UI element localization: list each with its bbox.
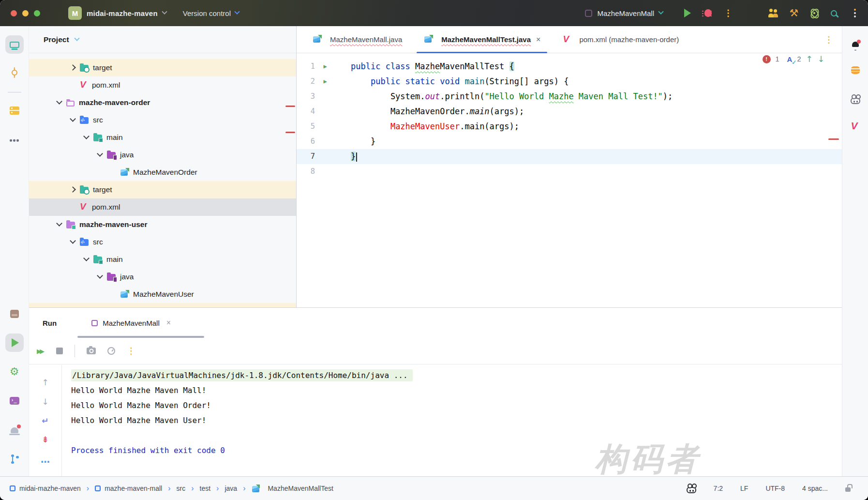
profile-button[interactable] bbox=[107, 347, 115, 355]
code-line[interactable]: 3 System.out.println("Hello World Mazhe … bbox=[297, 89, 842, 104]
project-panel-header[interactable]: Project bbox=[29, 26, 296, 53]
close-icon[interactable]: × bbox=[536, 35, 540, 44]
problems-button[interactable] bbox=[5, 421, 24, 439]
tree-chevron-icon[interactable] bbox=[95, 152, 106, 158]
project-view-button[interactable] bbox=[5, 35, 24, 54]
maven-button[interactable] bbox=[846, 116, 865, 135]
rerun-button[interactable]: ▶▶ bbox=[37, 348, 45, 355]
file-encoding[interactable]: UTF-8 bbox=[765, 485, 785, 492]
tree-row[interactable]: src bbox=[29, 233, 296, 251]
up-icon[interactable]: ↑ bbox=[42, 379, 48, 387]
run-button[interactable] bbox=[5, 333, 24, 352]
tree-row[interactable]: main bbox=[29, 251, 296, 268]
tree-row[interactable]: MazheMavenUser bbox=[29, 286, 296, 303]
tree-chevron-icon[interactable] bbox=[82, 134, 92, 141]
tree-chevron-icon[interactable] bbox=[68, 117, 79, 123]
down-icon[interactable]: ↓ bbox=[42, 398, 48, 406]
code-line[interactable]: 7} bbox=[297, 149, 842, 164]
tree-row[interactable]: mazhe-maven-user bbox=[29, 216, 296, 233]
code-line[interactable]: 5 MazheMavenUser.main(args); bbox=[297, 119, 842, 134]
breadcrumb-item[interactable]: src bbox=[177, 485, 186, 492]
tree-row[interactable]: MazheMavenOrder bbox=[29, 164, 296, 181]
breadcrumb-item[interactable]: test bbox=[200, 485, 211, 492]
profiler-button[interactable] bbox=[807, 6, 822, 20]
commit-button[interactable] bbox=[5, 63, 24, 82]
error-stripe-mark[interactable] bbox=[828, 138, 839, 140]
next-problem-arrow-icon[interactable]: ↓ bbox=[818, 54, 824, 64]
editor-tab[interactable]: MazheMavenMallTest.java× bbox=[413, 26, 551, 53]
terminal-button[interactable] bbox=[5, 392, 24, 410]
unlock-icon[interactable] bbox=[845, 487, 851, 492]
version-control-icon bbox=[10, 455, 19, 464]
more-tool-windows-button[interactable] bbox=[5, 131, 24, 150]
build-tools-button[interactable]: ⚒ bbox=[787, 6, 801, 20]
debug-button[interactable] bbox=[701, 6, 715, 20]
tree-row[interactable]: java bbox=[29, 268, 296, 286]
main-menu-button[interactable] bbox=[848, 6, 862, 20]
notifications-button[interactable] bbox=[846, 35, 865, 54]
editor-tab[interactable]: pom.xml (mazhe-maven-order) bbox=[551, 26, 689, 53]
run-gutter-icon[interactable]: ▶ bbox=[315, 59, 335, 74]
code-area[interactable]: 1▶public class MazheMavenMallTest {2▶ pu… bbox=[297, 59, 842, 307]
run-tab[interactable]: MazheMavenMall × bbox=[91, 318, 171, 327]
tree-chevron-icon[interactable] bbox=[55, 99, 65, 106]
structure-button[interactable] bbox=[5, 101, 24, 120]
tree-row[interactable]: target bbox=[29, 181, 296, 198]
tree-chevron-icon[interactable] bbox=[55, 221, 65, 228]
inspections-widget[interactable]: ! 1 A✓ 2 ↑ ↓ bbox=[763, 54, 825, 64]
tree-row[interactable]: main bbox=[29, 129, 296, 146]
search-everywhere-button[interactable] bbox=[827, 6, 842, 20]
zoom-window-button[interactable] bbox=[34, 10, 40, 16]
line-separator[interactable]: LF bbox=[740, 485, 748, 492]
code-line[interactable]: 8 bbox=[297, 164, 842, 179]
database-button[interactable] bbox=[846, 61, 865, 79]
tree-chevron-icon[interactable] bbox=[82, 256, 92, 263]
services-button[interactable]: ⚙ bbox=[5, 363, 24, 381]
tree-row[interactable]: mazhe-maven-order bbox=[29, 94, 296, 111]
screenshot-button[interactable] bbox=[87, 348, 96, 354]
tree-chevron-icon[interactable] bbox=[68, 186, 79, 193]
tree-row[interactable]: target bbox=[29, 59, 296, 76]
ai-assistant-button[interactable] bbox=[846, 90, 865, 108]
robot-icon[interactable] bbox=[687, 487, 696, 493]
breadcrumb-item[interactable]: java bbox=[224, 485, 237, 492]
code-line[interactable]: 6 } bbox=[297, 134, 842, 149]
more-run-options-button[interactable]: ⋮ bbox=[721, 6, 735, 20]
minimize-window-button[interactable] bbox=[22, 10, 29, 16]
breadcrumb-item[interactable]: midai-mazhe-maven bbox=[10, 485, 81, 492]
run-gutter-icon[interactable]: ▶ bbox=[315, 74, 335, 89]
tree-row[interactable]: java bbox=[29, 146, 296, 164]
version-control-widget[interactable]: Version control bbox=[183, 9, 239, 17]
close-window-button[interactable] bbox=[11, 10, 17, 16]
tree-chevron-icon[interactable] bbox=[68, 64, 79, 71]
more-icon[interactable]: … bbox=[41, 455, 50, 464]
console-output[interactable]: /Library/Java/JavaVirtualMachines/jdk-1.… bbox=[62, 365, 842, 476]
tree-chevron-icon[interactable] bbox=[68, 239, 79, 245]
code-line[interactable]: 2▶ public static void main(String[] args… bbox=[297, 74, 842, 89]
scroll-to-end-icon[interactable]: ⇟ bbox=[42, 436, 48, 444]
code-line[interactable]: 4 MazheMavenOrder.main(args); bbox=[297, 104, 842, 119]
editor-tab[interactable]: MazheMavenMall.java bbox=[301, 26, 413, 53]
previous-problem-arrow-icon[interactable]: ↑ bbox=[806, 54, 813, 64]
version-control-button[interactable] bbox=[5, 450, 24, 468]
tree-row[interactable]: pom.xml bbox=[29, 76, 296, 94]
more-button[interactable]: ⋮ bbox=[127, 347, 135, 355]
project-widget[interactable]: M midai-mazhe-maven bbox=[68, 6, 166, 20]
code-with-me-button[interactable] bbox=[766, 6, 781, 20]
tree-chevron-icon[interactable] bbox=[95, 273, 106, 280]
close-icon[interactable]: × bbox=[166, 318, 171, 327]
indent-style[interactable]: 4 spac... bbox=[802, 485, 828, 492]
tree-row[interactable] bbox=[29, 303, 296, 307]
build-button[interactable] bbox=[5, 304, 24, 323]
tree-row[interactable]: src bbox=[29, 111, 296, 129]
stop-button[interactable] bbox=[56, 348, 63, 354]
run-button[interactable] bbox=[680, 6, 695, 20]
cursor-position[interactable]: 7:2 bbox=[714, 485, 723, 492]
breadcrumb-item[interactable]: MazheMavenMallTest bbox=[251, 485, 333, 492]
run-configuration-widget[interactable]: MazheMavenMall bbox=[585, 9, 663, 17]
soft-wrap-icon[interactable]: ↵ bbox=[42, 417, 48, 425]
tree-row[interactable]: pom.xml bbox=[29, 198, 296, 216]
code-line[interactable]: 1▶public class MazheMavenMallTest { bbox=[297, 59, 842, 74]
tab-options-kebab-icon[interactable]: ⋮ bbox=[824, 35, 833, 44]
breadcrumb-item[interactable]: mazhe-maven-mall bbox=[95, 485, 162, 492]
